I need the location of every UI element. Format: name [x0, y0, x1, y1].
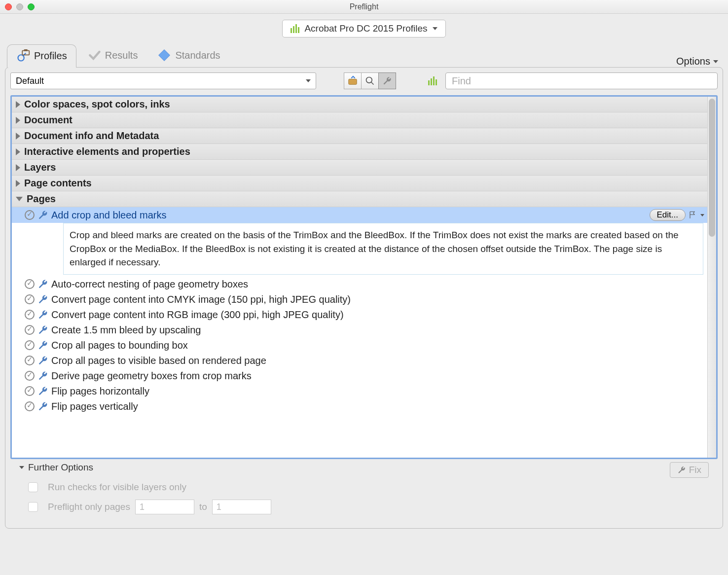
chevron-down-icon — [713, 60, 718, 63]
check-icon — [25, 279, 35, 289]
fixup-description: Crop and bleed marks are created on the … — [63, 223, 703, 275]
further-options-toggle[interactable]: Further Options — [19, 462, 670, 473]
toolbar: Default — [10, 72, 718, 89]
svg-rect-3 — [24, 49, 28, 51]
chevron-down-icon — [306, 79, 311, 82]
titlebar: Preflight — [0, 0, 728, 14]
svg-marker-4 — [159, 50, 170, 61]
category-row[interactable]: Page contents — [12, 176, 707, 191]
disclosure-icon — [16, 133, 20, 140]
wrench-icon — [37, 401, 48, 412]
show-fixups-button[interactable] — [378, 72, 396, 89]
flag-icon[interactable] — [689, 211, 697, 219]
further-options-label: Further Options — [28, 462, 93, 473]
fixup-title: Flip pages horizontally — [51, 386, 704, 397]
disclosure-icon — [16, 117, 20, 124]
disclosure-icon — [16, 101, 20, 108]
search-input[interactable] — [445, 72, 718, 89]
fixup-title: Auto-correct nesting of page geometry bo… — [51, 279, 704, 290]
fixup-item[interactable]: Convert page content into RGB image (300… — [12, 307, 707, 323]
to-label: to — [199, 502, 207, 512]
wrench-icon — [37, 355, 48, 366]
check-icon — [25, 356, 35, 365]
chevron-down-icon — [19, 466, 24, 469]
tabs: Profiles Results Standards Options — [0, 39, 728, 67]
fix-label: Fix — [689, 465, 701, 475]
check-icon — [25, 386, 35, 396]
fixup-title: Convert page content into CMYK image (15… — [51, 294, 704, 305]
chevron-down-icon — [433, 27, 437, 30]
fixup-title: Flip pages vertically — [51, 401, 704, 412]
disclosure-icon — [16, 148, 20, 155]
disclosure-icon — [16, 197, 23, 201]
show-all-button[interactable] — [344, 72, 362, 89]
category-label: Layers — [24, 162, 56, 173]
tab-profiles[interactable]: Profiles — [7, 44, 76, 68]
svg-rect-2 — [22, 51, 29, 55]
svg-rect-5 — [349, 79, 357, 84]
profile-bar: Acrobat Pro DC 2015 Profiles — [0, 14, 728, 39]
page-to-input[interactable] — [212, 500, 271, 514]
fixup-title: Crop all pages to bounding box — [51, 340, 704, 351]
fixup-item[interactable]: Flip pages vertically — [12, 399, 707, 414]
fixup-item[interactable]: Crop all pages to visible based on rende… — [12, 353, 707, 368]
preflight-pages-option: Preflight only pages to — [28, 500, 709, 514]
library-icon — [291, 24, 299, 33]
profiles-icon — [16, 49, 30, 63]
check-icon — [25, 325, 35, 335]
fixup-item[interactable]: Derive page geometry boxes from crop mar… — [12, 368, 707, 384]
category-label: Interactive elements and properties — [24, 146, 190, 157]
tab-results[interactable]: Results — [78, 44, 147, 67]
fixup-item[interactable]: Crop all pages to bounding box — [12, 338, 707, 353]
category-row[interactable]: Color spaces, spot colors, inks — [12, 97, 707, 112]
scrollbar[interactable] — [707, 97, 716, 458]
fixup-item[interactable]: Auto-correct nesting of page geometry bo… — [12, 277, 707, 292]
footer: Fix Further Options Run checks for visib… — [10, 459, 718, 523]
check-icon — [25, 310, 35, 320]
standards-icon — [157, 48, 171, 62]
disclosure-icon — [16, 180, 20, 187]
category-row[interactable]: Layers — [12, 160, 707, 176]
category-label: Color spaces, spot colors, inks — [24, 99, 170, 110]
category-row[interactable]: Interactive elements and properties — [12, 144, 707, 160]
fixup-title: Derive page geometry boxes from crop mar… — [51, 370, 704, 382]
fixup-title: Add crop and bleed marks — [51, 210, 647, 221]
tab-label: Profiles — [34, 50, 67, 62]
check-icon — [25, 371, 35, 381]
check-icon — [25, 294, 35, 304]
disclosure-icon — [16, 164, 20, 171]
library-filter-icon[interactable] — [424, 72, 441, 89]
show-checks-button[interactable] — [361, 72, 379, 89]
group-label: Default — [16, 76, 44, 86]
profile-library-label: Acrobat Pro DC 2015 Profiles — [304, 23, 427, 34]
run-checks-label: Run checks for visible layers only — [48, 482, 186, 493]
group-selector[interactable]: Default — [10, 72, 316, 89]
page-from-input[interactable] — [135, 500, 194, 514]
fixup-title: Crop all pages to visible based on rende… — [51, 355, 704, 366]
profile-library-selector[interactable]: Acrobat Pro DC 2015 Profiles — [282, 20, 445, 37]
chevron-down-icon[interactable] — [700, 214, 704, 216]
wrench-icon — [37, 279, 48, 289]
scrollbar-thumb[interactable] — [709, 99, 715, 237]
tab-label: Standards — [175, 50, 220, 61]
main-panel: Default Color spaces, spot colors, inks … — [5, 67, 723, 529]
category-row[interactable]: Document info and Metadata — [12, 128, 707, 144]
category-row[interactable]: Document — [12, 112, 707, 128]
fixup-item[interactable]: Convert page content into CMYK image (15… — [12, 292, 707, 307]
fixup-item[interactable]: Create 1.5 mm bleed by upscaling — [12, 323, 707, 338]
category-label: Pages — [27, 193, 56, 205]
fixup-item[interactable]: Flip pages horizontally — [12, 384, 707, 399]
options-menu[interactable]: Options — [676, 56, 721, 67]
checkbox[interactable] — [28, 482, 38, 492]
checkbox[interactable] — [28, 502, 38, 512]
fixup-item-selected[interactable]: Add crop and bleed marks Edit... — [12, 207, 707, 223]
svg-point-0 — [18, 55, 24, 61]
svg-line-7 — [371, 82, 374, 85]
check-icon — [25, 210, 35, 220]
check-icon — [25, 340, 35, 350]
tab-standards[interactable]: Standards — [148, 44, 229, 67]
run-checks-option: Run checks for visible layers only — [28, 482, 709, 493]
category-row[interactable]: Pages — [12, 191, 707, 207]
options-label: Options — [676, 56, 710, 67]
edit-button[interactable]: Edit... — [650, 209, 686, 221]
